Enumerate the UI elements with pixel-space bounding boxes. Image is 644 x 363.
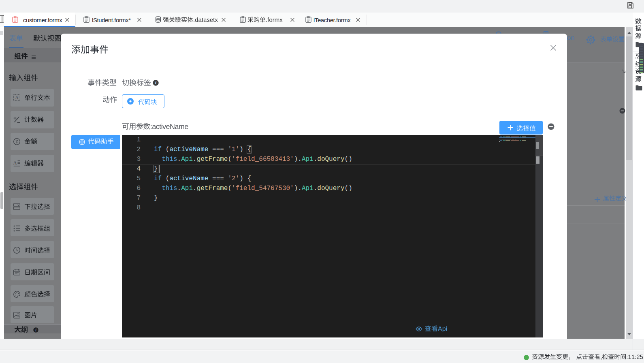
svg-text:i: i [35, 328, 36, 332]
svg-text:A: A [15, 95, 19, 100]
svg-text:A: A [13, 160, 17, 166]
